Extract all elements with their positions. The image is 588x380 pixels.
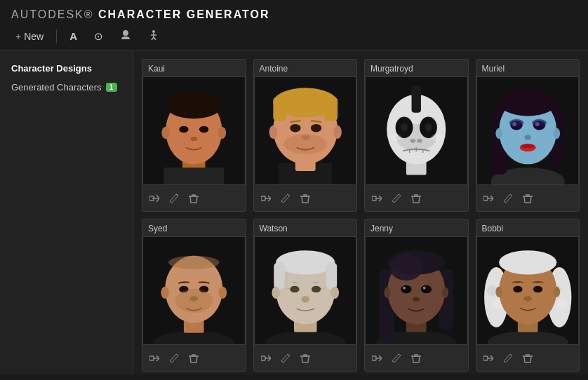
svg-point-108 [442,287,449,298]
main-layout: Character Designs Generated Characters 1… [0,50,588,374]
svg-point-13 [190,137,197,141]
svg-line-5 [154,37,156,40]
app-title: AUTODESK® CHARACTER GENERATOR [11,8,577,21]
character-thumb-watson [254,236,357,345]
history-icon: ⊙ [94,30,103,43]
svg-rect-23 [273,97,286,121]
delete-button-kaui[interactable] [187,192,200,207]
svg-point-88 [290,286,299,293]
character-name-bobbi: Bobbi [476,219,580,236]
edit-icon-watson [281,353,290,363]
delete-button-syed[interactable] [187,352,200,367]
character-actions-jenny [365,348,468,371]
delete-button-muriel[interactable] [521,192,534,207]
svg-point-102 [401,285,411,293]
character-face-muriel [477,77,579,184]
delete-button-antoine[interactable] [299,192,312,207]
share-button-watson[interactable] [260,352,272,367]
brand-name: AUTODESK® [11,8,94,20]
share-button-antoine[interactable] [260,192,272,207]
user-button[interactable] [116,28,135,44]
svg-point-123 [523,296,531,301]
main-content: Kaui [133,50,588,374]
svg-point-25 [290,124,300,132]
svg-point-125 [553,287,560,297]
character-thumb-bobbi [476,236,580,345]
character-actions-kaui [142,188,246,211]
svg-point-89 [311,286,320,293]
share-icon-syed [149,353,159,363]
delete-button-watson[interactable] [299,352,312,367]
character-face-kaui [143,77,245,184]
share-button-muriel[interactable] [482,192,495,207]
character-card-kaui: Kaui [142,59,246,212]
sidebar-item-generated-characters[interactable]: Generated Characters 1 [0,78,133,97]
character-card-watson: Watson [253,219,358,372]
svg-point-73 [168,256,220,269]
delete-icon-murgatroyd [411,194,421,203]
svg-point-107 [384,287,391,298]
character-card-syed: Syed [142,219,246,372]
edit-button-kaui[interactable] [168,192,180,207]
character-card-antoine: Antoine [253,59,358,212]
svg-point-103 [421,285,432,293]
svg-point-67 [553,128,560,139]
edit-button-murgatroyd[interactable] [390,192,403,207]
character-card-murgatroyd: Murgatroyd [364,59,469,212]
delete-button-bobbi[interactable] [521,352,534,367]
share-icon-watson [261,353,271,363]
svg-point-91 [272,287,279,299]
svg-point-101 [389,254,423,280]
edit-button-jenny[interactable] [390,352,403,367]
delete-button-jenny[interactable] [410,352,422,367]
svg-point-105 [423,287,426,290]
edit-icon-muriel [503,194,513,203]
edit-button-antoine[interactable] [279,192,292,207]
svg-point-28 [269,125,276,139]
character-card-muriel: Muriel [476,59,580,212]
character-thumb-antoine [254,76,357,185]
svg-point-47 [431,134,441,141]
share-button-syed[interactable] [148,352,161,367]
generated-characters-badge: 1 [106,83,117,92]
character-actions-syed [142,348,246,371]
character-name-watson: Watson [254,219,357,236]
edit-button-syed[interactable] [168,352,180,367]
font-button[interactable]: A [65,29,81,43]
app-name: CHARACTER GENERATOR [98,8,270,20]
toolbar: + New A ⊙ [11,28,577,44]
sidebar: Character Designs Generated Characters 1 [0,50,133,374]
share-icon-bobbi [483,353,493,363]
sidebar-item-character-designs[interactable]: Character Designs [0,59,133,78]
figure-icon [148,29,159,43]
character-face-antoine [255,77,356,184]
svg-point-10 [166,92,222,118]
svg-point-106 [413,297,420,301]
edit-icon-jenny [392,353,401,363]
figure-button[interactable] [144,28,163,44]
character-name-muriel: Muriel [476,60,580,76]
edit-button-bobbi[interactable] [502,352,514,367]
character-designs-label: Character Designs [11,63,92,74]
share-button-kaui[interactable] [148,192,161,207]
svg-point-79 [175,289,213,313]
svg-rect-87 [326,262,336,289]
user-icon [120,29,131,43]
new-label: New [24,31,44,42]
edit-button-watson[interactable] [279,352,292,367]
character-face-watson [255,237,356,344]
delete-button-murgatroyd[interactable] [410,192,422,207]
header: AUTODESK® CHARACTER GENERATOR + New A ⊙ [0,0,588,50]
new-button[interactable]: + New [11,29,48,43]
generated-characters-label: Generated Characters [11,82,102,93]
share-button-murgatroyd[interactable] [370,192,383,207]
share-button-jenny[interactable] [370,352,383,367]
share-icon-muriel [483,194,493,203]
share-icon-murgatroyd [372,194,382,203]
share-button-bobbi[interactable] [482,352,495,367]
font-icon: A [69,30,77,42]
history-button[interactable]: ⊙ [90,29,107,44]
edit-button-muriel[interactable] [502,192,514,207]
character-face-jenny [366,237,467,344]
edit-icon-murgatroyd [392,194,401,203]
